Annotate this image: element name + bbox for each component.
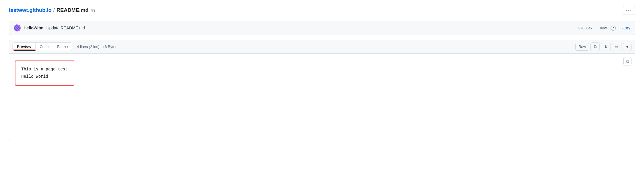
repo-breadcrumb-link[interactable]: testwwt.github.io [9,7,52,13]
commit-message: Update README.md [46,26,575,30]
readme-text: This is a page test Hello World [21,66,68,80]
history-button[interactable]: 🕐 History [610,25,630,31]
copy-path-icon: ⧉ [91,8,95,13]
tab-preview[interactable]: Preview [13,43,36,51]
file-panel: Preview Code Blame 4 lines (2 loc) · 46 … [9,40,635,141]
more-options-button[interactable]: ··· [623,6,635,15]
commit-bar: HelloWitm Update README.md 27005f6 · now… [9,21,635,35]
readme-content-box: This is a page test Hello World [15,61,74,86]
tab-code[interactable]: Code [36,43,53,51]
breadcrumb-separator: / [53,7,55,13]
view-tabs: Preview Code Blame [13,42,72,51]
download-button[interactable]: ⬇ [601,43,611,51]
file-content-area: ⧉ This is a page test Hello World [9,54,635,141]
copy-content-icon: ⧉ [626,59,629,63]
edit-icon: ✏ [615,45,619,49]
tab-blame[interactable]: Blame [53,43,72,51]
author-avatar [14,24,21,31]
download-icon: ⬇ [604,45,608,49]
commit-time: now [600,26,607,30]
file-toolbar: Preview Code Blame 4 lines (2 loc) · 46 … [9,40,635,54]
file-info: 4 lines (2 loc) · 46 Bytes [77,45,117,49]
more-file-actions-button[interactable]: ▾ [623,43,631,51]
edit-button[interactable]: ✏ [612,43,622,51]
commit-meta: 27005f6 · now 🕐 History [578,25,630,31]
commit-hash[interactable]: 27005f6 [578,26,592,30]
copy-raw-icon: ⧉ [594,44,597,49]
more-icon: ··· [626,7,632,13]
chevron-down-icon: ▾ [626,45,628,49]
history-icon: 🕐 [610,25,616,31]
commit-author[interactable]: HelloWitm [24,26,43,30]
file-actions: Raw ⧉ ⬇ ✏ ▾ [575,42,631,51]
file-name-breadcrumb: README.md [56,7,89,13]
history-label: History [618,26,630,30]
copy-raw-button[interactable]: ⧉ [590,42,600,51]
copy-path-button[interactable]: ⧉ [90,7,96,14]
copy-content-button[interactable]: ⧉ [623,57,631,65]
raw-button[interactable]: Raw [575,43,589,51]
